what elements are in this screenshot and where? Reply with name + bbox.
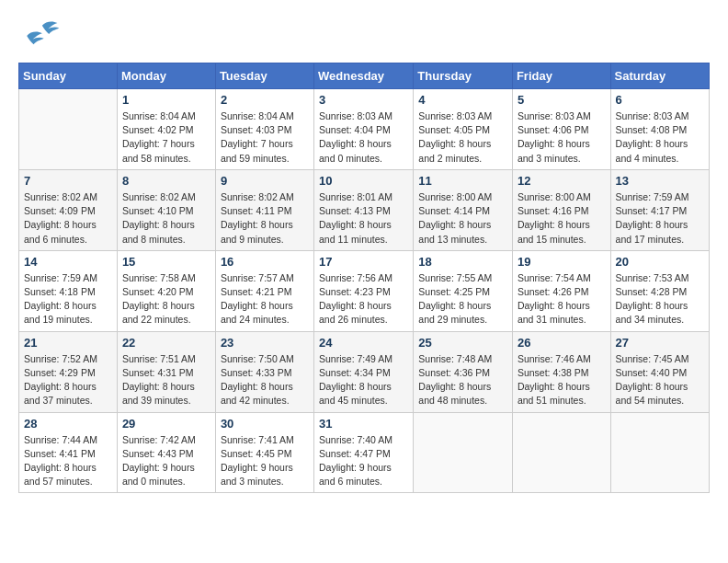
calendar-cell: 27 Sunrise: 7:45 AMSunset: 4:40 PMDaylig… xyxy=(610,331,709,412)
calendar-cell: 6 Sunrise: 8:03 AMSunset: 4:08 PMDayligh… xyxy=(610,89,709,170)
calendar-table: SundayMondayTuesdayWednesdayThursdayFrid… xyxy=(18,63,710,493)
calendar-cell: 29 Sunrise: 7:42 AMSunset: 4:43 PMDaylig… xyxy=(117,412,215,493)
day-info: Sunrise: 8:01 AMSunset: 4:13 PMDaylight:… xyxy=(319,191,392,245)
day-number: 25 xyxy=(418,336,507,350)
day-info: Sunrise: 7:50 AMSunset: 4:33 PMDaylight:… xyxy=(221,353,294,407)
day-info: Sunrise: 7:44 AMSunset: 4:41 PMDaylight:… xyxy=(24,434,97,488)
calendar-cell: 31 Sunrise: 7:40 AMSunset: 4:47 PMDaylig… xyxy=(314,412,414,493)
calendar-cell: 22 Sunrise: 7:51 AMSunset: 4:31 PMDaylig… xyxy=(117,331,215,412)
calendar-cell: 4 Sunrise: 8:03 AMSunset: 4:05 PMDayligh… xyxy=(414,89,513,170)
day-number: 19 xyxy=(518,255,606,269)
weekday-header-thursday: Thursday xyxy=(414,63,513,89)
calendar-cell: 9 Sunrise: 8:02 AMSunset: 4:11 PMDayligh… xyxy=(215,169,313,250)
week-row-3: 14 Sunrise: 7:59 AMSunset: 4:18 PMDaylig… xyxy=(19,250,710,331)
weekday-header-sunday: Sunday xyxy=(19,63,118,89)
day-info: Sunrise: 8:02 AMSunset: 4:09 PMDaylight:… xyxy=(24,191,97,245)
day-number: 26 xyxy=(518,336,606,350)
day-number: 22 xyxy=(122,336,210,350)
weekday-header-friday: Friday xyxy=(512,63,610,89)
day-number: 24 xyxy=(319,336,408,350)
page-header xyxy=(18,18,710,55)
day-info: Sunrise: 7:58 AMSunset: 4:20 PMDaylight:… xyxy=(122,272,196,326)
calendar-cell: 23 Sunrise: 7:50 AMSunset: 4:33 PMDaylig… xyxy=(215,331,313,412)
day-info: Sunrise: 7:51 AMSunset: 4:31 PMDaylight:… xyxy=(122,353,196,407)
calendar-cell: 15 Sunrise: 7:58 AMSunset: 4:20 PMDaylig… xyxy=(117,250,215,331)
calendar-cell: 30 Sunrise: 7:41 AMSunset: 4:45 PMDaylig… xyxy=(215,412,313,493)
calendar-cell: 11 Sunrise: 8:00 AMSunset: 4:14 PMDaylig… xyxy=(414,169,513,250)
day-info: Sunrise: 7:54 AMSunset: 4:26 PMDaylight:… xyxy=(518,272,591,326)
calendar-cell: 7 Sunrise: 8:02 AMSunset: 4:09 PMDayligh… xyxy=(19,169,118,250)
day-info: Sunrise: 8:00 AMSunset: 4:14 PMDaylight:… xyxy=(418,191,492,245)
day-info: Sunrise: 7:40 AMSunset: 4:47 PMDaylight:… xyxy=(319,434,392,488)
weekday-header-saturday: Saturday xyxy=(610,63,709,89)
day-info: Sunrise: 8:03 AMSunset: 4:05 PMDaylight:… xyxy=(418,110,492,164)
day-number: 27 xyxy=(616,336,704,350)
day-info: Sunrise: 7:59 AMSunset: 4:17 PMDaylight:… xyxy=(616,191,689,245)
day-number: 30 xyxy=(221,417,309,431)
day-info: Sunrise: 8:03 AMSunset: 4:06 PMDaylight:… xyxy=(518,110,591,164)
calendar-cell: 19 Sunrise: 7:54 AMSunset: 4:26 PMDaylig… xyxy=(512,250,610,331)
calendar-cell xyxy=(19,89,118,170)
day-info: Sunrise: 7:52 AMSunset: 4:29 PMDaylight:… xyxy=(24,353,97,407)
day-info: Sunrise: 7:53 AMSunset: 4:28 PMDaylight:… xyxy=(616,272,689,326)
calendar-cell: 1 Sunrise: 8:04 AMSunset: 4:02 PMDayligh… xyxy=(117,89,215,170)
day-number: 18 xyxy=(418,255,507,269)
calendar-cell: 12 Sunrise: 8:00 AMSunset: 4:16 PMDaylig… xyxy=(512,169,610,250)
day-info: Sunrise: 7:42 AMSunset: 4:43 PMDaylight:… xyxy=(122,434,196,488)
day-info: Sunrise: 7:59 AMSunset: 4:18 PMDaylight:… xyxy=(24,272,97,326)
day-number: 12 xyxy=(518,174,606,188)
week-row-5: 28 Sunrise: 7:44 AMSunset: 4:41 PMDaylig… xyxy=(19,412,710,493)
logo-icon xyxy=(18,18,63,55)
calendar-cell: 21 Sunrise: 7:52 AMSunset: 4:29 PMDaylig… xyxy=(19,331,118,412)
calendar-cell: 17 Sunrise: 7:56 AMSunset: 4:23 PMDaylig… xyxy=(314,250,414,331)
day-number: 4 xyxy=(418,93,507,107)
day-number: 14 xyxy=(24,255,112,269)
calendar-cell: 24 Sunrise: 7:49 AMSunset: 4:34 PMDaylig… xyxy=(314,331,414,412)
calendar-cell: 28 Sunrise: 7:44 AMSunset: 4:41 PMDaylig… xyxy=(19,412,118,493)
calendar-cell: 13 Sunrise: 7:59 AMSunset: 4:17 PMDaylig… xyxy=(610,169,709,250)
week-row-4: 21 Sunrise: 7:52 AMSunset: 4:29 PMDaylig… xyxy=(19,331,710,412)
day-info: Sunrise: 7:45 AMSunset: 4:40 PMDaylight:… xyxy=(616,353,689,407)
day-info: Sunrise: 7:48 AMSunset: 4:36 PMDaylight:… xyxy=(418,353,492,407)
day-number: 11 xyxy=(418,174,507,188)
calendar-cell: 25 Sunrise: 7:48 AMSunset: 4:36 PMDaylig… xyxy=(414,331,513,412)
day-info: Sunrise: 8:03 AMSunset: 4:04 PMDaylight:… xyxy=(319,110,392,164)
day-info: Sunrise: 7:57 AMSunset: 4:21 PMDaylight:… xyxy=(221,272,294,326)
calendar-cell: 8 Sunrise: 8:02 AMSunset: 4:10 PMDayligh… xyxy=(117,169,215,250)
day-info: Sunrise: 8:03 AMSunset: 4:08 PMDaylight:… xyxy=(616,110,689,164)
weekday-header-wednesday: Wednesday xyxy=(314,63,414,89)
day-number: 7 xyxy=(24,174,112,188)
day-number: 13 xyxy=(616,174,704,188)
day-info: Sunrise: 8:02 AMSunset: 4:11 PMDaylight:… xyxy=(221,191,294,245)
calendar-cell: 2 Sunrise: 8:04 AMSunset: 4:03 PMDayligh… xyxy=(215,89,313,170)
day-info: Sunrise: 7:46 AMSunset: 4:38 PMDaylight:… xyxy=(518,353,591,407)
calendar-cell xyxy=(610,412,709,493)
calendar-cell: 14 Sunrise: 7:59 AMSunset: 4:18 PMDaylig… xyxy=(19,250,118,331)
week-row-2: 7 Sunrise: 8:02 AMSunset: 4:09 PMDayligh… xyxy=(19,169,710,250)
day-number: 23 xyxy=(221,336,309,350)
calendar-cell: 5 Sunrise: 8:03 AMSunset: 4:06 PMDayligh… xyxy=(512,89,610,170)
calendar-cell xyxy=(512,412,610,493)
calendar-cell: 18 Sunrise: 7:55 AMSunset: 4:25 PMDaylig… xyxy=(414,250,513,331)
day-number: 6 xyxy=(616,93,704,107)
day-info: Sunrise: 8:00 AMSunset: 4:16 PMDaylight:… xyxy=(518,191,591,245)
day-number: 2 xyxy=(221,93,309,107)
day-number: 9 xyxy=(221,174,309,188)
day-info: Sunrise: 8:04 AMSunset: 4:02 PMDaylight:… xyxy=(122,110,196,164)
day-number: 29 xyxy=(122,417,210,431)
day-info: Sunrise: 7:41 AMSunset: 4:45 PMDaylight:… xyxy=(221,434,294,488)
day-number: 16 xyxy=(221,255,309,269)
logo xyxy=(18,18,66,55)
day-number: 17 xyxy=(319,255,408,269)
calendar-cell: 16 Sunrise: 7:57 AMSunset: 4:21 PMDaylig… xyxy=(215,250,313,331)
day-number: 5 xyxy=(518,93,606,107)
day-info: Sunrise: 7:49 AMSunset: 4:34 PMDaylight:… xyxy=(319,353,392,407)
day-number: 20 xyxy=(616,255,704,269)
day-number: 10 xyxy=(319,174,408,188)
day-number: 31 xyxy=(319,417,408,431)
weekday-header-monday: Monday xyxy=(117,63,215,89)
weekday-header-row: SundayMondayTuesdayWednesdayThursdayFrid… xyxy=(19,63,710,89)
day-number: 21 xyxy=(24,336,112,350)
weekday-header-tuesday: Tuesday xyxy=(215,63,313,89)
day-number: 15 xyxy=(122,255,210,269)
